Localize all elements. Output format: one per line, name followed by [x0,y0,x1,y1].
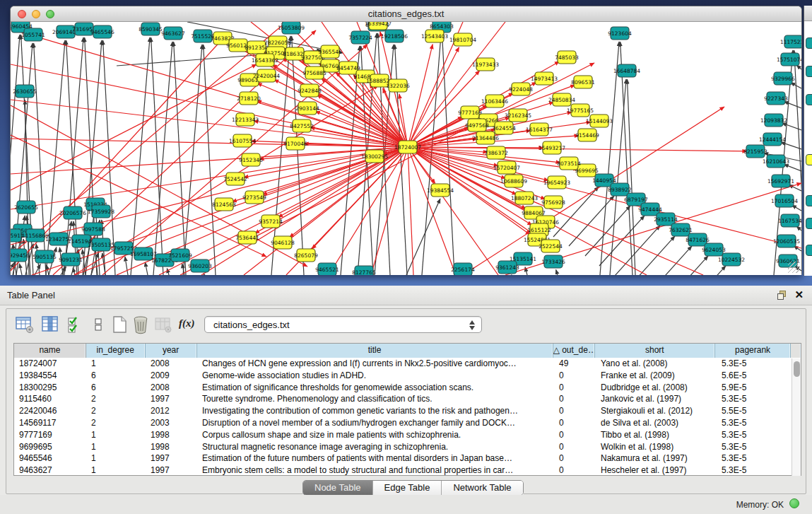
graph-node[interactable]: 1055741 [21,28,45,41]
graph-node[interactable]: 1167534 [778,214,801,227]
graph-node[interactable]: 12060535 [773,235,800,247]
graph-node[interactable]: 15493217 [539,141,565,154]
tab-node-table[interactable]: Node Table [303,481,373,495]
graph-node[interactable]: 9624053 [702,243,726,256]
select-all-icon[interactable] [66,315,86,334]
graph-node[interactable]: 11175234 [780,35,801,48]
row-options-icon[interactable] [88,315,108,334]
function-builder-icon[interactable]: f(x) [179,317,199,337]
graph-node[interactable]: 8265079 [294,249,318,262]
graph-node[interactable]: 9091231 [59,253,83,266]
graph-node[interactable]: 1733426 [541,255,565,268]
graph-node[interactable]: 17359928 [88,205,114,218]
window-titlebar[interactable]: citations_edges.txt [11,6,801,22]
graph-node[interactable]: 19810704 [449,33,476,46]
column-header-out-degree[interactable]: △ out_de… [553,344,595,358]
graph-node[interactable]: 3624554 [492,122,516,134]
graph-node[interactable]: 12444154 [759,133,786,146]
graph-node[interactable]: 19218506 [381,30,408,42]
new-table-icon[interactable] [110,315,129,334]
graph-node[interactable]: 1322036 [386,79,410,92]
delete-table-icon[interactable] [131,315,151,334]
table-row[interactable]: 977716911998Corpus callosum shape and si… [14,429,801,441]
window-resize-grip[interactable] [788,262,799,273]
graph-node[interactable]: 9360203 [188,259,212,272]
tab-edge-table[interactable]: Edge Table [373,481,442,495]
graph-node[interactable]: 14973413 [531,72,558,85]
table-row[interactable]: 2242004622012Investigating the contribut… [14,405,801,417]
graph-node[interactable]: 8127765 [352,266,376,275]
column-header-title[interactable]: title [197,344,553,358]
graph-node[interactable]: 9224048 [509,83,533,95]
memory-status-icon[interactable] [789,498,799,508]
network-canvas[interactable]: 1960454105574120691406731695394655468590… [11,22,801,275]
select-columns-icon[interactable] [40,315,60,334]
graph-node[interactable]: 9756928 [541,196,565,209]
graph-node[interactable]: 9365546 [318,45,342,58]
table-row[interactable]: 969969511998Structural magnetic resonanc… [14,441,801,453]
graph-node[interactable]: 7386372 [484,146,508,159]
graph-node[interactable]: 20206576 [59,206,86,219]
graph-node[interactable]: 9152346 [239,153,263,166]
graph-node[interactable]: 10224532 [718,253,745,266]
close-panel-icon[interactable]: ✕ [794,288,804,301]
graph-node[interactable]: 17016504 [771,194,798,207]
column-header-short[interactable]: short [595,344,716,358]
graph-node[interactable]: 12093832 [760,114,787,127]
graph-node[interactable]: 9361243 [495,261,519,274]
graph-node[interactable]: 2522544 [539,240,563,252]
graph-node[interactable]: 8427552 [290,119,314,132]
graph-node[interactable]: 8215953 [743,145,767,158]
column-header-name[interactable]: name [14,344,86,358]
graph-node[interactable]: 7485033 [555,51,579,64]
tab-network-table[interactable]: Network Table [442,481,522,495]
graph-node[interactable]: 11973433 [472,58,499,71]
graph-node[interactable]: 11063446 [481,95,508,107]
graph-node[interactable]: 2620655 [14,201,38,214]
graph-node[interactable]: 7357224 [348,31,372,44]
graph-node[interactable]: 8124563 [212,198,236,211]
graph-node[interactable]: 9329966 [771,72,795,85]
graph-node[interactable]: 15720407 [493,161,520,174]
graph-node[interactable]: 9046128 [271,236,295,249]
graph-node[interactable]: 9123604 [608,27,632,40]
graph-node[interactable]: 5905135 [33,250,57,263]
graph-node[interactable]: 7536441 [235,231,259,244]
network-view-window[interactable]: citations_edges.txt 19604541055741206914… [10,6,802,275]
graph-node[interactable]: 9273549 [242,191,266,204]
scrollbar-thumb[interactable] [794,361,800,377]
graph-node[interactable]: 15751074 [777,53,801,66]
graph-node[interactable]: 8590345 [139,23,163,35]
table-selector-dropdown[interactable]: citations_edges.txt [204,316,482,333]
graph-node[interactable]: 16053809 [278,22,305,34]
table-row[interactable]: 1938455462009Genome-wide association stu… [14,370,801,382]
graph-node[interactable]: 9170046 [283,137,307,150]
table-row[interactable]: 911546021997Tourette syndrome. Phenomeno… [14,393,801,405]
graph-node[interactable]: 8073514 [557,157,581,170]
graph-node[interactable]: 8096531 [571,76,595,88]
table-settings-icon[interactable] [15,315,35,334]
graph-node[interactable]: 2256174 [451,263,475,275]
table-row[interactable]: 1456911722003Disruption of a novel membe… [14,417,801,429]
graph-node[interactable]: 16210643 [763,155,789,168]
graph-node[interactable]: 2903144 [295,102,319,115]
float-panel-icon[interactable] [777,291,787,300]
table-row[interactable]: 946554611997Estimation of the future num… [14,452,801,465]
graph-node[interactable]: 9357214 [259,215,283,228]
graph-node[interactable]: 1929456 [11,249,30,262]
graph-node[interactable]: 18807243 [511,192,538,204]
graph-node[interactable]: 9756885 [302,66,326,79]
graph-node[interactable]: 19775165 [567,104,594,117]
graph-node[interactable]: 9154469 [575,129,599,141]
graph-node[interactable]: 9465521 [315,263,339,275]
table-row[interactable]: 946362711997Embryonic stem cells: a mode… [14,465,801,477]
column-header-pagerank[interactable]: pagerank [715,344,791,358]
graph-node[interactable]: 16648784 [613,64,640,77]
graph-node[interactable]: 9463627 [161,27,185,40]
column-header-year[interactable]: year [146,344,197,358]
graph-node[interactable]: 7524542 [223,173,247,185]
graph-node[interactable]: 6497568 [465,119,489,132]
graph-node[interactable]: 24850834 [548,93,575,106]
table-row[interactable]: 1872400712008Changes of HCN gene express… [14,358,801,370]
graph-node[interactable]: 9227343 [764,92,788,105]
